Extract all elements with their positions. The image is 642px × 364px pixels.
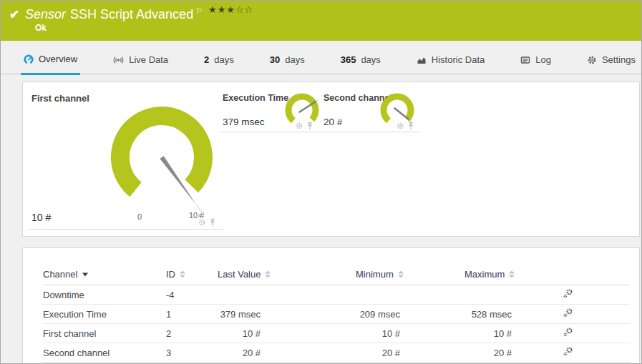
column-header-minimum[interactable]: Minimum [356,268,404,279]
tab-number: 365 [341,54,356,65]
pin-icon[interactable] [209,218,216,227]
table-header-row: Channel ID Last Value Minimum Maximum [43,262,630,285]
first-channel-gauge: x [97,93,226,222]
gauge-settings-gear-icon[interactable] [295,122,303,130]
channels-table-panel: Channel ID Last Value Minimum Maximum Do… [22,247,640,363]
tab-2-days[interactable]: 2 days [201,45,237,74]
object-kind-label: Sensor [25,7,66,21]
sort-icon [509,271,515,278]
column-label: ID [166,268,175,279]
table-row: Downtime -4 [43,285,630,305]
tab-number: 30 [270,54,280,65]
table-row: Second channel 3 20 # 20 # 20 # [43,343,630,363]
tab-label: Live Data [129,54,168,65]
gauge-title: Execution Time [223,93,288,103]
channel-id: -4 [166,290,175,300]
channel-id: 2 [166,328,171,339]
channel-name[interactable]: Second channel [43,348,110,358]
tab-log[interactable]: Log [517,45,554,74]
gear-icon [587,55,597,65]
channel-gears-icon [563,346,573,357]
priority-stars[interactable]: ★★★☆☆ [208,4,253,15]
gauge-scale-min: 0 [137,212,142,221]
live-data-icon [113,55,124,65]
column-header-id[interactable]: ID [166,268,185,279]
channel-last-value: 10 # [189,328,261,339]
channel-settings-button[interactable] [563,327,573,340]
channel-maximum: 528 msec [440,309,512,320]
channel-name[interactable]: Execution Time [43,309,107,320]
channel-last-value: 20 # [189,348,261,358]
column-header-channel[interactable]: Channel [43,268,88,279]
gauge-current-value: 379 msec [223,117,265,127]
sensor-name: SSH Script Advanced [70,7,193,21]
channel-minimum: 209 msec [329,309,400,320]
sort-icon [265,271,271,278]
gauge-current-value: 10 # [31,212,51,223]
tab-live-data[interactable]: Live Data [110,45,171,74]
sensor-page: ✔ SensorSSH Script Advanced⚐ ★★★☆☆ Ok Ov… [0,0,642,364]
gauge-settings-gear-icon[interactable] [198,218,206,227]
tab-365-days[interactable]: 365 days [338,45,384,74]
tab-label: days [214,54,233,65]
tab-label: Log [535,54,551,65]
pin-icon[interactable] [306,122,313,130]
tab-historic-data[interactable]: Historic Data [414,45,487,74]
tab-30-days[interactable]: 30 days [267,45,308,74]
channel-gears-icon [563,308,573,318]
tab-label: Overview [39,54,77,64]
status-badge: Ok [35,23,47,33]
gauges-panel: First channel x 10 # 0 10 # [22,82,640,237]
channel-id: 1 [166,309,171,320]
stars-filled-icon[interactable]: ★★★ [208,4,235,15]
gauge-settings-gear-icon[interactable] [396,122,404,130]
column-header-maximum[interactable]: Maximum [465,268,515,279]
gauge-current-value: 20 # [324,117,342,127]
stars-empty-icon[interactable]: ☆☆ [235,4,253,15]
channel-maximum: 20 # [440,348,512,358]
channel-gears-icon [563,288,573,299]
channels-table: Channel ID Last Value Minimum Maximum Do… [43,262,630,363]
tab-number: 2 [204,54,209,65]
tab-settings[interactable]: Settings [584,45,638,74]
sensor-status-header: ✔ SensorSSH Script Advanced⚐ ★★★☆☆ Ok [1,1,641,41]
gauge-tile-execution-time: Execution Time 379 msec [220,88,319,132]
tab-bar: Overview Live Data 2 days 30 days [1,45,641,74]
column-header-last-value[interactable]: Last Value [218,268,271,279]
channel-last-value: 379 msec [189,309,261,320]
tab-label: days [361,54,380,65]
channel-minimum: 20 # [329,348,400,358]
ok-check-icon: ✔ [9,7,19,22]
sort-icon [180,271,185,278]
channel-name[interactable]: First channel [43,328,96,339]
gauge-icon [24,54,34,64]
pin-icon[interactable] [407,122,414,130]
gauge-title: First channel [31,93,89,104]
channel-maximum: 10 # [440,328,512,339]
flag-icon[interactable]: ⚐ [195,6,203,15]
column-label: Last Value [218,268,261,279]
column-label: Maximum [465,268,505,279]
sort-icon [398,271,404,278]
tab-label: Historic Data [432,54,485,65]
table-row: First channel 2 10 # 10 # 10 # [43,324,630,343]
channel-name[interactable]: Downtime [43,290,84,300]
channel-settings-button[interactable] [563,288,573,301]
table-row: Execution Time 1 379 msec 209 msec 528 m… [43,305,630,324]
channel-id: 3 [166,348,171,358]
tab-label: days [285,54,304,65]
log-list-icon [520,55,530,65]
sort-desc-icon [82,272,88,276]
channel-minimum: 10 # [329,328,400,339]
page-title: SensorSSH Script Advanced⚐ [25,6,203,22]
gauge-tile-second-channel: Second channel 20 # [321,88,420,132]
tab-label: Settings [602,54,636,65]
gauge-tile-first-channel: First channel x 10 # 0 10 # [29,88,223,230]
column-label: Minimum [356,268,394,279]
channel-gears-icon [563,327,573,338]
tab-overview[interactable]: Overview [21,45,80,75]
channel-settings-button[interactable] [563,346,573,359]
area-chart-icon [417,55,427,65]
column-label: Channel [43,268,77,279]
channel-settings-button[interactable] [563,308,573,320]
